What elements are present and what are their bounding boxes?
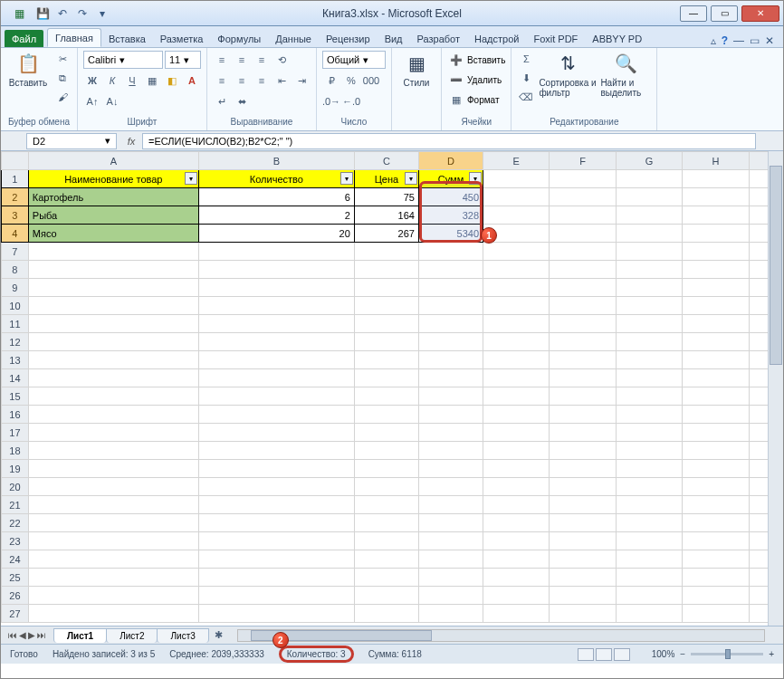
merge-icon[interactable]: ⬌ (233, 92, 251, 110)
tab-layout[interactable]: Разметка (153, 30, 211, 47)
filter-icon[interactable]: ▾ (469, 172, 482, 185)
zoom-in-icon[interactable]: + (769, 649, 774, 659)
row-header[interactable]: 24 (2, 550, 29, 569)
currency-icon[interactable]: ₽ (322, 72, 340, 90)
sheet-last-icon[interactable]: ⏭ (37, 630, 46, 640)
header-cell[interactable]: Количество▾ (198, 170, 354, 188)
row-header[interactable]: 15 (2, 387, 29, 406)
bold-button[interactable]: Ж (83, 72, 101, 90)
header-cell[interactable]: Наименование товар▾ (28, 170, 198, 188)
paste-button[interactable]: 📋 Вставить (6, 51, 50, 88)
row-header[interactable]: 19 (2, 460, 29, 478)
view-pagebreak-icon[interactable] (614, 648, 630, 661)
doc-close-icon[interactable]: ✕ (765, 34, 774, 47)
col-G[interactable]: G (616, 152, 682, 170)
tab-abbyy[interactable]: ABBYY PD (585, 30, 649, 47)
row-header[interactable]: 4 (2, 225, 29, 243)
row-header[interactable]: 18 (2, 442, 29, 460)
row-header[interactable]: 17 (2, 424, 29, 442)
tab-home[interactable]: Главная (47, 28, 101, 47)
redo-icon[interactable]: ↷ (74, 5, 91, 22)
minimize-button[interactable]: — (680, 5, 707, 22)
fill-color-button[interactable]: ◧ (163, 72, 181, 90)
doc-restore-icon[interactable]: ▭ (750, 34, 760, 47)
row-header[interactable]: 10 (2, 297, 29, 315)
zoom-control[interactable]: 100% − + (652, 649, 774, 659)
maximize-button[interactable]: ▭ (711, 5, 738, 22)
row-header[interactable]: 22 (2, 514, 29, 532)
sheet-tab-2[interactable]: Лист2 (106, 628, 158, 643)
font-color-button[interactable]: А (183, 72, 201, 90)
row-header[interactable]: 26 (2, 587, 29, 605)
minimize-ribbon-icon[interactable]: ▵ (711, 34, 716, 47)
shrink-font-icon[interactable]: A↓ (103, 92, 121, 110)
doc-min-icon[interactable]: — (733, 34, 744, 47)
border-button[interactable]: ▦ (143, 72, 161, 90)
insert-cells-label[interactable]: Вставить (467, 55, 505, 65)
tab-review[interactable]: Рецензир (319, 30, 378, 47)
underline-button[interactable]: Ч (123, 72, 141, 90)
row-header[interactable]: 20 (2, 478, 29, 496)
indent-inc-icon[interactable]: ⇥ (292, 72, 311, 90)
filter-icon[interactable]: ▾ (185, 172, 197, 185)
autosum-icon[interactable]: Σ (517, 51, 535, 67)
fill-icon[interactable]: ⬇ (517, 70, 535, 86)
header-cell[interactable]: Сумм▾ (418, 170, 483, 188)
format-cells-icon[interactable]: ▦ (447, 91, 465, 109)
orientation-icon[interactable]: ⟲ (272, 51, 291, 69)
undo-icon[interactable]: ↶ (54, 5, 71, 22)
row-header[interactable]: 2 (2, 188, 29, 206)
format-cells-label[interactable]: Формат (467, 95, 500, 105)
delete-cells-label[interactable]: Удалить (467, 75, 502, 85)
select-all-corner[interactable] (2, 152, 29, 170)
sheet-tab-3[interactable]: Лист3 (157, 628, 208, 643)
tab-developer[interactable]: Разработ (410, 30, 467, 47)
filter-icon[interactable]: ▾ (405, 172, 417, 185)
tab-data[interactable]: Данные (268, 30, 319, 47)
row-header[interactable]: 7 (2, 243, 29, 261)
number-format-select[interactable]: Общий▾ (322, 51, 386, 69)
format-painter-icon[interactable]: 🖌 (53, 89, 72, 105)
view-normal-icon[interactable] (578, 648, 594, 661)
formula-input[interactable]: =ЕСЛИ(ЕЧИСЛО(B2);B2*C2;" ") (142, 133, 756, 149)
grow-font-icon[interactable]: A↑ (83, 92, 101, 110)
row-header[interactable]: 16 (2, 406, 29, 424)
new-sheet-icon[interactable]: ✱ (210, 626, 228, 645)
col-A[interactable]: A (28, 152, 198, 170)
sheet-prev-icon[interactable]: ◀ (19, 630, 26, 640)
zoom-slider[interactable] (691, 653, 763, 655)
col-F[interactable]: F (550, 152, 616, 170)
tab-foxit[interactable]: Foxit PDF (526, 30, 585, 47)
tab-formulas[interactable]: Формулы (210, 30, 268, 47)
align-middle-icon[interactable]: ≡ (233, 51, 251, 69)
clear-icon[interactable]: ⌫ (517, 89, 535, 105)
fx-button[interactable]: fx (120, 136, 142, 147)
inc-decimal-icon[interactable]: .0→ (322, 92, 340, 110)
styles-button[interactable]: ▦ Стили (397, 51, 435, 88)
horizontal-scrollbar[interactable] (237, 629, 765, 642)
sheet-first-icon[interactable]: ⏮ (8, 630, 17, 640)
align-right-icon[interactable]: ≡ (253, 72, 271, 90)
comma-icon[interactable]: 000 (362, 72, 380, 90)
italic-button[interactable]: К (103, 72, 121, 90)
tab-addins[interactable]: Надстрой (467, 30, 526, 47)
row-header[interactable]: 8 (2, 261, 29, 279)
align-center-icon[interactable]: ≡ (233, 72, 251, 90)
row-header[interactable]: 1 (2, 170, 29, 188)
qat-dropdown-icon[interactable]: ▾ (94, 5, 110, 22)
row-header[interactable]: 13 (2, 351, 29, 369)
sheet-tab-1[interactable]: Лист1 (53, 628, 107, 643)
worksheet-grid[interactable]: A B C D E F G H I 1Наименование товар▾Ко… (1, 151, 783, 626)
sheet-next-icon[interactable]: ▶ (28, 630, 35, 640)
name-box[interactable]: D2▾ (26, 133, 117, 149)
tab-file[interactable]: Файл (5, 30, 43, 47)
row-header[interactable]: 14 (2, 369, 29, 387)
cut-icon[interactable]: ✂ (53, 51, 72, 67)
row-header[interactable]: 3 (2, 206, 29, 225)
zoom-out-icon[interactable]: − (680, 649, 685, 659)
indent-dec-icon[interactable]: ⇤ (272, 72, 291, 90)
header-cell[interactable]: Цена▾ (354, 170, 418, 188)
col-D[interactable]: D (418, 152, 483, 170)
font-size-select[interactable]: 11▾ (165, 51, 201, 69)
vertical-scrollbar[interactable] (768, 151, 783, 626)
